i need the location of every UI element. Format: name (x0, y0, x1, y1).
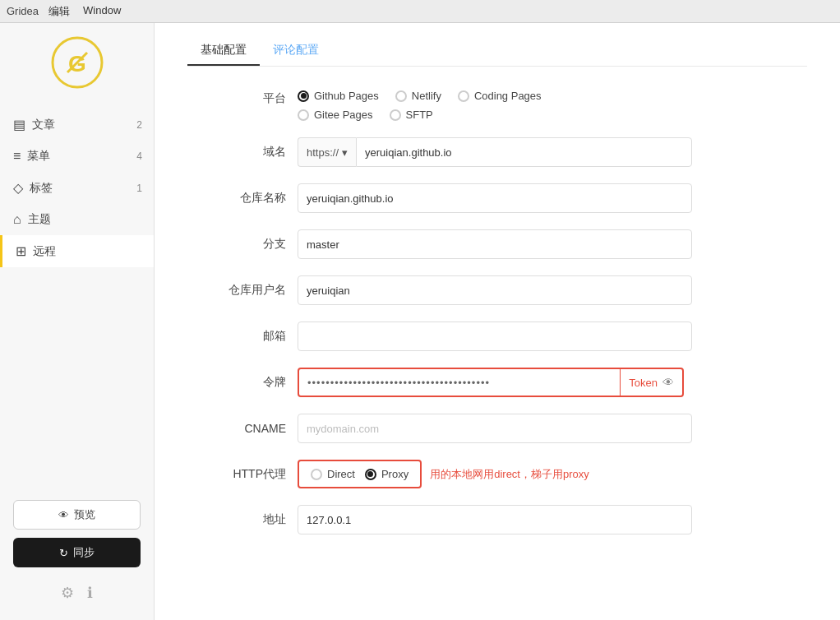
eye-icon: 👁 (58, 509, 69, 521)
token-placeholder-label: Token 👁 (620, 369, 682, 396)
menu-edit[interactable]: 编辑 (48, 4, 70, 19)
radio-netlify[interactable] (395, 90, 407, 102)
platform-coding-pages-label: Coding Pages (474, 90, 542, 102)
menu-bar: 编辑 Window (48, 4, 121, 19)
sidebar-item-label: 菜单 (27, 149, 50, 164)
preview-label: 预览 (74, 507, 95, 522)
sync-icon: ↻ (59, 547, 68, 559)
http-proxy-label: HTTP代理 (204, 467, 286, 482)
platform-netlify[interactable]: Netlify (395, 90, 441, 102)
repo-user-row: 仓库用户名 (204, 275, 791, 305)
config-form: 平台 Github Pages Netlify Codi (187, 90, 807, 534)
chevron-down-icon: ▾ (342, 146, 348, 159)
domain-label: 域名 (204, 145, 286, 160)
repo-name-row: 仓库名称 (204, 183, 791, 213)
info-icon[interactable]: ℹ (87, 584, 93, 602)
radio-sftp[interactable] (390, 109, 401, 121)
sidebar-item-label: 远程 (33, 244, 56, 259)
domain-input[interactable] (356, 137, 692, 167)
sidebar-bottom: 👁 预览 ↻ 同步 ⚙ ℹ (0, 487, 154, 620)
radio-direct[interactable] (311, 469, 322, 480)
app-logo: G (51, 36, 104, 89)
tab-basic[interactable]: 基础配置 (187, 36, 260, 66)
repo-user-label: 仓库用户名 (204, 283, 286, 298)
platform-label: 平台 (204, 90, 286, 106)
settings-icon[interactable]: ⚙ (61, 584, 74, 602)
token-label: 令牌 (204, 375, 286, 390)
domain-prefix-text: https:// (307, 146, 339, 159)
app-body: G ▤ 文章 2 ≡ 菜单 4 ◇ 标签 1 ⌂ 主题 (0, 23, 840, 620)
remote-icon: ⊞ (16, 243, 26, 259)
articles-icon: ▤ (13, 117, 25, 132)
repo-name-label: 仓库名称 (204, 191, 286, 206)
sidebar-footer: ⚙ ℹ (13, 576, 141, 607)
menu-icon: ≡ (13, 149, 21, 164)
email-row: 邮箱 (204, 322, 791, 351)
sidebar: G ▤ 文章 2 ≡ 菜单 4 ◇ 标签 1 ⌂ 主题 (0, 23, 155, 620)
sidebar-item-themes[interactable]: ⌂ 主题 (0, 204, 154, 235)
platform-line-1: Github Pages Netlify Coding Pages (298, 90, 542, 102)
radio-github-pages[interactable] (298, 90, 309, 102)
sidebar-item-label: 主题 (28, 212, 51, 227)
platform-row: 平台 Github Pages Netlify Codi (204, 90, 791, 121)
repo-name-input[interactable] (298, 183, 692, 213)
sidebar-item-articles[interactable]: ▤ 文章 2 (0, 109, 154, 141)
domain-prefix[interactable]: https:// ▾ (298, 137, 356, 167)
menu-window[interactable]: Window (83, 4, 121, 19)
preview-button[interactable]: 👁 预览 (13, 500, 141, 530)
cname-label: CNAME (204, 422, 286, 435)
sidebar-nav: ▤ 文章 2 ≡ 菜单 4 ◇ 标签 1 ⌂ 主题 ⊞ 远程 (0, 109, 154, 267)
address-input[interactable] (298, 505, 692, 534)
address-row: 地址 (204, 505, 791, 534)
sidebar-item-menu[interactable]: ≡ 菜单 4 (0, 141, 154, 172)
domain-row: 域名 https:// ▾ (204, 137, 791, 167)
tags-icon: ◇ (13, 180, 23, 196)
token-placeholder-text: Token (629, 377, 658, 389)
eye-toggle-icon[interactable]: 👁 (662, 376, 674, 389)
title-bar: Gridea 编辑 Window (0, 0, 840, 23)
proxy-hint: 用的本地网用direct，梯子用proxy (430, 467, 589, 482)
platform-github-pages-label: Github Pages (314, 90, 379, 102)
platform-netlify-label: Netlify (412, 90, 441, 102)
menu-badge: 4 (136, 150, 142, 162)
sidebar-item-label: 标签 (30, 181, 53, 196)
token-input-wrapper: Token 👁 (298, 368, 684, 397)
platform-sftp[interactable]: SFTP (390, 109, 433, 121)
proxy-direct-option[interactable]: Direct (311, 468, 355, 480)
sidebar-item-remote[interactable]: ⊞ 远程 (0, 235, 154, 267)
tab-bar: 基础配置 评论配置 (187, 23, 807, 67)
sync-label: 同步 (73, 545, 95, 560)
branch-input[interactable] (298, 229, 692, 259)
email-label: 邮箱 (204, 329, 286, 344)
tab-comments[interactable]: 评论配置 (260, 36, 332, 66)
token-input[interactable] (299, 377, 620, 389)
sidebar-item-tags[interactable]: ◇ 标签 1 (0, 172, 154, 204)
cname-input[interactable] (298, 414, 692, 443)
proxy-proxy-label: Proxy (381, 468, 408, 480)
proxy-options-box: Direct Proxy (298, 460, 422, 488)
http-proxy-row: HTTP代理 Direct Proxy 用的本地网用direct，梯子用prox… (204, 460, 791, 488)
radio-coding-pages[interactable] (458, 90, 469, 102)
app-name: Gridea (7, 5, 39, 17)
repo-user-input[interactable] (298, 275, 692, 305)
platform-coding-pages[interactable]: Coding Pages (458, 90, 542, 102)
email-input[interactable] (298, 322, 692, 351)
proxy-proxy-option[interactable]: Proxy (365, 468, 408, 480)
main-content: 基础配置 评论配置 平台 Github Pages Netlify (155, 23, 840, 620)
tags-badge: 1 (136, 183, 142, 194)
platform-options: Github Pages Netlify Coding Pages (298, 90, 542, 121)
articles-badge: 2 (136, 119, 142, 131)
cname-row: CNAME (204, 414, 791, 443)
domain-input-group: https:// ▾ (298, 137, 692, 167)
proxy-direct-label: Direct (327, 468, 355, 480)
radio-gitee-pages[interactable] (298, 109, 309, 121)
token-row: 令牌 Token 👁 (204, 368, 791, 397)
radio-proxy[interactable] (365, 469, 376, 480)
platform-gitee-pages[interactable]: Gitee Pages (298, 109, 373, 121)
sync-button[interactable]: ↻ 同步 (13, 538, 141, 567)
platform-sftp-label: SFTP (406, 109, 433, 121)
sidebar-item-label: 文章 (32, 118, 55, 132)
address-label: 地址 (204, 512, 286, 527)
platform-github-pages[interactable]: Github Pages (298, 90, 379, 102)
branch-row: 分支 (204, 229, 791, 259)
